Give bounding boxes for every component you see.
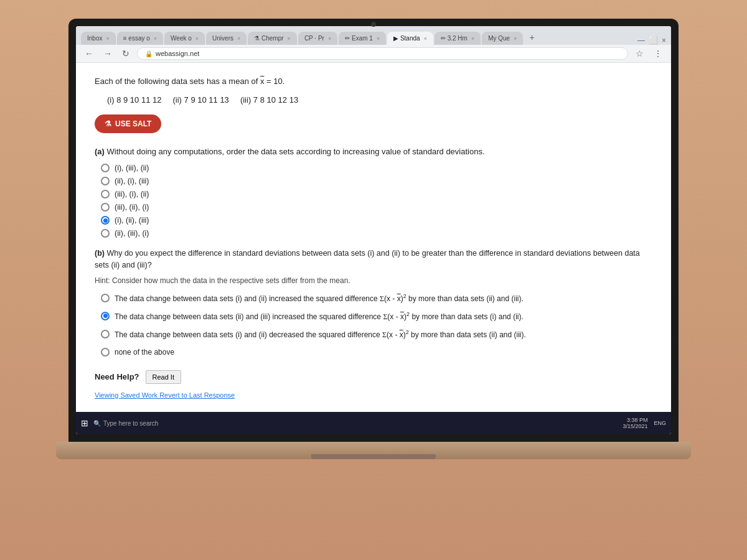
radio-a6[interactable] [101,229,110,238]
search-icon: 🔍 [93,420,101,427]
address-bar-row: ← → ↻ 🔒 webassign.net ☆ ⋮ [76,45,671,62]
tab-univers[interactable]: Univers × [206,32,247,45]
language-indicator: ENG [654,420,666,426]
question-container: Each of the following data sets has a me… [76,63,671,412]
search-label[interactable]: Type here to search [103,420,158,427]
option-b3[interactable]: The data change between data sets (i) an… [101,329,652,340]
radio-a2[interactable] [101,177,110,185]
salt-icon: ⚗ [105,119,111,128]
lock-icon: 🔒 [145,50,153,57]
back-button[interactable]: ← [82,47,96,60]
browser-chrome: Inbox × ≡ essay o × Week o × Univers × [76,26,671,63]
restore-button[interactable]: ⬜ [649,36,658,45]
tab-chempr[interactable]: ⚗ Chempr × [248,32,297,45]
laptop-outer: Inbox × ≡ essay o × Week o × Univers × [0,0,747,560]
radio-b4[interactable] [101,348,110,357]
new-tab-button[interactable]: + [524,30,539,45]
taskbar-time: 3:38 PM [627,417,648,423]
windows-icon[interactable]: ⊞ [81,418,88,428]
tab-close-my-que[interactable]: × [514,35,517,42]
tab-close-univers[interactable]: × [237,35,240,42]
part-b-section: (b) Why do you expect the difference in … [95,248,652,358]
option-b4[interactable]: none of the above [101,347,652,358]
tab-exam[interactable]: ✏ Exam 1 × [339,32,386,45]
part-a-label: (a) Without doing any computations, orde… [95,146,652,158]
part-b-options: The data change between data sets (i) an… [101,292,652,358]
data-sets: (i) 8 9 10 11 12 (ii) 7 9 10 11 13 (iii)… [107,95,652,105]
more-button[interactable]: ⋮ [651,47,665,60]
laptop-base [56,442,691,459]
option-a3[interactable]: (iii), (i), (ii) [101,190,652,198]
content-area: Each of the following data sets has a me… [76,63,671,412]
radio-a4[interactable] [101,203,110,212]
forward-button[interactable]: → [101,47,115,60]
bookmark-button[interactable]: ☆ [633,47,646,60]
radio-b2[interactable] [101,312,110,320]
option-a2[interactable]: (ii), (i), (iii) [101,177,652,185]
radio-a1[interactable] [101,164,110,172]
use-salt-button[interactable]: ⚗ USE SALT [95,114,161,133]
tabs-bar: Inbox × ≡ essay o × Week o × Univers × [76,26,671,45]
tab-close-week[interactable]: × [195,35,199,42]
tab-essay[interactable]: ≡ essay o × [117,32,163,45]
address-bar[interactable]: 🔒 webassign.net [137,47,628,60]
url-text: webassign.net [156,50,199,57]
tab-close-3-2hm[interactable]: × [471,35,474,42]
part-b-question: (b) Why do you expect the difference in … [95,248,652,271]
option-b2[interactable]: The data change between data sets (ii) a… [101,310,652,322]
viewing-saved-link[interactable]: Viewing Saved Work Revert to Last Respon… [95,391,652,399]
option-a4[interactable]: (iii), (ii), (i) [101,203,652,212]
taskbar-time-date: 3:38 PM 3/15/2021 [622,417,647,429]
tab-inbox[interactable]: Inbox × [81,32,116,45]
hint-text: Hint: Consider how much the data in the … [95,275,652,286]
radio-b3[interactable] [101,330,110,338]
tab-my-que[interactable]: My Que × [482,32,523,45]
radio-b1[interactable] [101,294,110,302]
laptop-screen: Inbox × ≡ essay o × Week o × Univers × [76,26,671,434]
option-a6[interactable]: (ii), (iii), (i) [101,229,652,238]
tab-cp[interactable]: CP · Pr × [298,32,337,45]
question-intro: Each of the following data sets has a me… [95,75,652,88]
tab-close-inbox[interactable]: × [106,35,109,42]
taskbar: ⊞ 🔍 Type here to search 3:38 PM 3/15/202… [76,412,671,434]
option-b1[interactable]: The data change between data sets (i) an… [101,292,652,304]
use-salt-label: USE SALT [115,119,151,128]
tab-close-cp[interactable]: × [328,35,331,42]
radio-a5[interactable] [101,216,110,225]
reload-button[interactable]: ↻ [120,47,132,60]
tab-week[interactable]: Week o × [164,32,205,45]
tab-close-chempr[interactable]: × [288,35,291,42]
part-a-options: (i), (iii), (ii) (ii), (i), (iii) (iii),… [101,164,652,238]
tab-close-essay[interactable]: × [154,35,157,42]
option-a5[interactable]: (i), (ii), (iii) [101,216,652,225]
screen-bezel: Inbox × ≡ essay o × Week o × Univers × [68,19,679,442]
tab-standa[interactable]: ▶ Standa × [387,32,433,45]
minimize-button[interactable]: — [637,36,645,45]
need-help-section: Need Help? Read It [95,370,652,384]
close-button[interactable]: × [662,36,666,45]
radio-a3[interactable] [101,190,110,198]
tab-3-2hm[interactable]: ✏ 3.2 Hm × [435,32,481,45]
tab-close-exam[interactable]: × [377,35,380,42]
need-help-label: Need Help? [95,372,139,381]
tab-close-standa[interactable]: × [424,35,427,42]
taskbar-date: 3/15/2021 [622,423,647,429]
read-it-button[interactable]: Read It [146,370,181,384]
option-a1[interactable]: (i), (iii), (ii) [101,164,652,172]
